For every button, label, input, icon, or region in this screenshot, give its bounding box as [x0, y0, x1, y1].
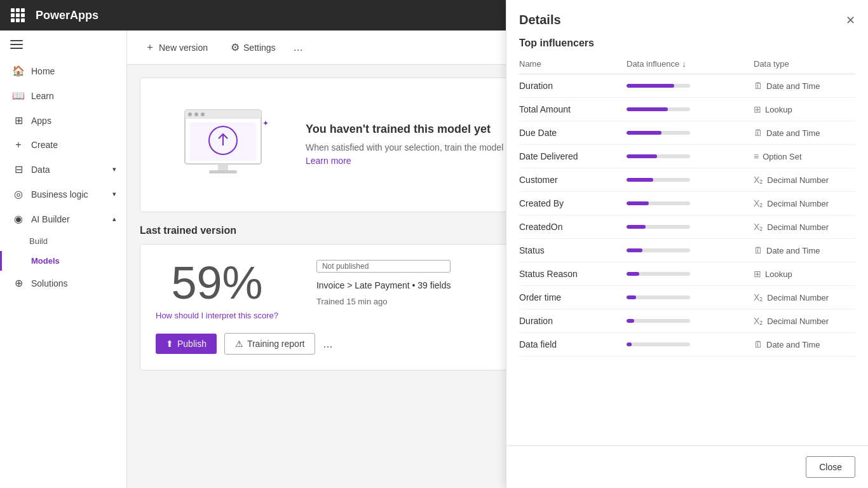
svg-point-5	[188, 112, 192, 116]
type-icon: 🗓	[754, 339, 763, 349]
training-report-button[interactable]: ⚠ Training report	[224, 333, 316, 355]
sidebar-item-apps[interactable]: ⊞ Apps	[0, 108, 126, 133]
business-logic-icon: ◎	[12, 188, 25, 200]
table-row: Customer X₂ Decimal Number	[519, 168, 855, 192]
sidebar-item-ai-builder[interactable]: ◉ AI Builder ▴	[0, 207, 126, 231]
sort-icon[interactable]: ↓	[682, 59, 686, 69]
svg-point-6	[194, 112, 198, 116]
sidebar-item-data[interactable]: ⊟ Data ▾	[0, 157, 126, 182]
publish-status-badge: Not published	[316, 260, 451, 273]
bar-container	[627, 272, 754, 276]
interpret-link[interactable]: How should I interpret this score?	[156, 311, 278, 320]
bar-background	[627, 272, 690, 276]
sidebar-item-home[interactable]: 🏠 Home	[0, 58, 126, 83]
bar-background	[627, 84, 690, 88]
training-report-label: Training report	[247, 339, 305, 349]
row-name: Status	[519, 245, 627, 255]
row-name: Data field	[519, 339, 627, 349]
bar-fill	[627, 342, 632, 346]
apps-icon: ⊞	[12, 114, 25, 126]
bar-background	[627, 154, 690, 158]
sidebar-item-data-label: Data	[31, 165, 50, 175]
details-subtitle: Top influencers	[506, 27, 868, 54]
bar-fill	[627, 154, 657, 158]
bar-container	[627, 342, 754, 346]
type-icon: X₂	[754, 175, 763, 185]
sidebar-item-create[interactable]: + Create	[0, 133, 126, 157]
bar-container	[627, 131, 754, 135]
sidebar-item-business-logic-label: Business logic	[31, 189, 88, 200]
row-name: Created By	[519, 198, 627, 208]
bar-background	[627, 178, 690, 182]
svg-rect-1	[10, 44, 23, 45]
bar-background	[627, 225, 690, 229]
type-icon: 🗓	[754, 128, 763, 138]
type-label: Date and Time	[766, 340, 820, 349]
bar-fill	[627, 272, 639, 276]
details-header: Details ✕	[506, 0, 868, 27]
details-panel: Details ✕ Top influencers Name Data infl…	[506, 0, 868, 488]
bar-fill	[627, 319, 634, 323]
row-name: Status Reason	[519, 269, 627, 279]
type-label: Date and Time	[766, 246, 820, 255]
perf-details: Not published Invoice > Late Payment • 3…	[316, 260, 451, 306]
sidebar-item-learn[interactable]: 📖 Learn	[0, 83, 126, 108]
type-label: Date and Time	[766, 128, 820, 138]
publish-button[interactable]: ⬆ Publish	[156, 334, 217, 354]
bar-fill	[627, 178, 653, 182]
sidebar-item-business-logic[interactable]: ◎ Business logic ▾	[0, 182, 126, 207]
data-type: 🗓 Date and Time	[754, 339, 855, 349]
close-panel-button[interactable]: Close	[806, 456, 855, 478]
bar-background	[627, 131, 690, 135]
table-row: Duration X₂ Decimal Number	[519, 309, 855, 333]
details-close-button[interactable]: ✕	[846, 13, 855, 27]
ai-builder-icon: ◉	[12, 213, 25, 225]
toolbar-more-button[interactable]: ...	[294, 41, 303, 54]
svg-rect-12	[218, 164, 228, 170]
type-icon: X₂	[754, 292, 763, 302]
bar-container	[627, 225, 754, 229]
waffle-icon	[11, 8, 25, 22]
actions-more-button[interactable]: ...	[323, 337, 332, 351]
business-logic-chevron-icon: ▾	[112, 190, 116, 198]
settings-button[interactable]: ⚙ Settings	[226, 39, 281, 56]
row-name: Due Date	[519, 128, 627, 138]
col-name-header: Name	[519, 59, 627, 69]
data-type: ≡ Option Set	[754, 151, 855, 161]
table-rows-container: Duration 🗓 Date and Time Total Amount ⊞ …	[519, 74, 855, 356]
table-row: Order time X₂ Decimal Number	[519, 286, 855, 309]
sidebar-toggle[interactable]	[0, 30, 126, 58]
solutions-icon: ⊕	[12, 277, 25, 289]
data-type: X₂ Decimal Number	[754, 198, 855, 208]
details-title: Details	[519, 13, 561, 27]
table-row: Status 🗓 Date and Time	[519, 239, 855, 262]
sidebar-item-learn-label: Learn	[31, 91, 54, 101]
table-row: CreatedOn X₂ Decimal Number	[519, 215, 855, 239]
bar-container	[627, 319, 754, 323]
bar-background	[627, 107, 690, 111]
row-name: Date Delivered	[519, 151, 627, 161]
row-name: Duration	[519, 316, 627, 326]
sidebar-item-create-label: Create	[31, 140, 58, 150]
sidebar-item-models[interactable]: Models	[0, 251, 126, 271]
learn-more-link[interactable]: Learn more	[306, 156, 351, 166]
data-type: 🗓 Date and Time	[754, 245, 855, 255]
home-icon: 🏠	[12, 65, 25, 77]
bar-background	[627, 319, 690, 323]
data-chevron-icon: ▾	[112, 165, 116, 173]
row-name: Order time	[519, 292, 627, 302]
details-footer: Close	[506, 445, 868, 488]
type-label: Decimal Number	[767, 316, 829, 326]
influencers-table: Name Data influence ↓ Data type Duration…	[506, 54, 868, 445]
data-type: 🗓 Date and Time	[754, 81, 855, 91]
type-label: Decimal Number	[767, 199, 829, 208]
score-value: 59%	[156, 260, 278, 306]
type-label: Decimal Number	[767, 222, 829, 232]
sidebar-item-build[interactable]: Build	[0, 231, 126, 251]
sidebar-item-solutions[interactable]: ⊕ Solutions	[0, 271, 126, 295]
type-icon: 🗓	[754, 81, 763, 91]
new-version-button[interactable]: ＋ New version	[140, 38, 213, 57]
plus-icon: ＋	[145, 41, 155, 54]
bar-container	[627, 295, 754, 299]
waffle-menu[interactable]	[8, 5, 28, 25]
